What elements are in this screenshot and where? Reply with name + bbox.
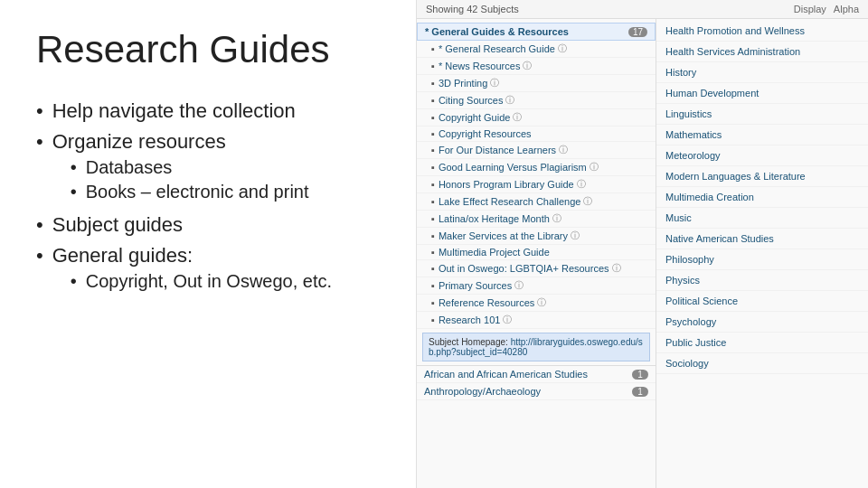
page-title: Research Guides xyxy=(36,27,380,72)
sub-list-2: Databases Books – electronic and print xyxy=(52,157,309,206)
subject-name-ps: Primary Sources xyxy=(439,280,512,291)
subject-name-grg: * General Research Guide xyxy=(439,43,555,54)
subject-lgbtqia[interactable]: ▪ Out in Oswego: LGBTQIA+ Resources ⓘ xyxy=(417,260,656,277)
subject-name-dl: For Our Distance Learners xyxy=(439,145,556,155)
subject-latina[interactable]: ▪ Latina/ox Heritage Month ⓘ xyxy=(417,211,656,228)
subject-research101[interactable]: ▪ Research 101 ⓘ xyxy=(417,312,656,329)
right-subject-math[interactable]: Mathematics xyxy=(656,125,868,145)
sub-bullet-pl: ▪ xyxy=(431,162,435,173)
right-subject-sociology[interactable]: Sociology xyxy=(656,353,868,374)
right-subjects-column: Health Promotion and Wellness Health Ser… xyxy=(656,19,868,488)
info-icon-ms: ⓘ xyxy=(571,230,580,242)
subject-name-r1: Research 101 xyxy=(439,314,501,325)
right-subject-multimedia-creation[interactable]: Multimedia Creation xyxy=(656,187,868,208)
display-alpha-controls: Display Alpha xyxy=(794,4,859,14)
sub-bullet: ▪ xyxy=(431,43,435,54)
sub-bullet-ms: ▪ xyxy=(431,230,435,241)
bottom-items-section: African and African American Studies 1 A… xyxy=(417,365,656,400)
right-panel: Showing 42 Subjects Display Alpha * Gene… xyxy=(416,0,868,488)
subject-lake-effect[interactable]: ▪ Lake Effect Research Challenge ⓘ xyxy=(417,193,656,211)
subject-news-resources[interactable]: ▪ * News Resources ⓘ xyxy=(417,58,656,75)
sub-bullet-3d: ▪ xyxy=(431,78,435,89)
info-icon-le: ⓘ xyxy=(583,195,592,208)
right-subject-health-promo[interactable]: Health Promotion and Wellness xyxy=(656,21,868,42)
subject-badge-african: 1 xyxy=(632,370,648,380)
bullet-text-1: Help navigate the collection xyxy=(52,99,296,123)
sub-text-copyright: Copyright, Out in Oswego, etc. xyxy=(86,271,332,292)
subject-name-nr: * News Resources xyxy=(439,61,520,71)
subject-honors[interactable]: ▪ Honors Program Library Guide ⓘ xyxy=(417,176,656,193)
sub-text-databases: Databases xyxy=(86,157,173,178)
subject-name-pl: Good Learning Versus Plagiarism xyxy=(439,162,587,173)
subject-name-cs: Citing Sources xyxy=(439,95,504,106)
right-subject-psychology[interactable]: Psychology xyxy=(656,312,868,333)
bullet-text-4: General guides: xyxy=(52,244,332,267)
subject-maker[interactable]: ▪ Maker Services at the Library ⓘ xyxy=(417,228,656,245)
bullet-item-4: General guides: Copyright, Out in Oswego… xyxy=(36,244,380,296)
display-label[interactable]: Display xyxy=(794,4,826,14)
right-subject-meteorology[interactable]: Meteorology xyxy=(656,145,868,166)
subject-citing[interactable]: ▪ Citing Sources ⓘ xyxy=(417,92,656,109)
subject-general-research-guide[interactable]: ▪ * General Research Guide ⓘ xyxy=(417,41,656,58)
info-icon-r1: ⓘ xyxy=(503,314,512,326)
subject-3d-printing[interactable]: ▪ 3D Printing ⓘ xyxy=(417,75,656,92)
info-icon-oi: ⓘ xyxy=(612,262,621,275)
sub-item-copyright: Copyright, Out in Oswego, etc. xyxy=(71,271,332,292)
subject-distance-learners[interactable]: ▪ For Our Distance Learners ⓘ xyxy=(417,142,656,159)
right-subject-public-justice[interactable]: Public Justice xyxy=(656,333,868,353)
sub-bullet-r1: ▪ xyxy=(431,314,435,325)
subject-list-column: * General Guides & Resources 17 ▪ * Gene… xyxy=(417,19,656,488)
subject-reference[interactable]: ▪ Reference Resources ⓘ xyxy=(417,295,656,312)
sub-list-4: Copyright, Out in Oswego, etc. xyxy=(52,271,332,296)
bullet-item-2: Organize resources Databases Books – ele… xyxy=(36,130,380,206)
subject-african-studies[interactable]: African and African American Studies 1 xyxy=(417,366,656,383)
subject-name-hp: Honors Program Library Guide xyxy=(439,179,574,190)
sub-bullet-dl: ▪ xyxy=(431,145,435,155)
info-icon-grg: ⓘ xyxy=(558,42,567,55)
subject-general-guides[interactable]: * General Guides & Resources 17 xyxy=(417,23,656,41)
right-subject-philosophy[interactable]: Philosophy xyxy=(656,249,868,270)
bullet-text-2: Organize resources xyxy=(52,130,309,154)
sub-bullet-cr: ▪ xyxy=(431,128,435,139)
browser-header: Showing 42 Subjects Display Alpha xyxy=(417,0,868,19)
subject-name-3d: 3D Printing xyxy=(439,78,487,89)
sub-text-books: Books – electronic and print xyxy=(86,182,309,202)
bullet-item-1: Help navigate the collection xyxy=(36,99,380,123)
subject-name-african: African and African American Studies xyxy=(424,369,588,380)
subject-name-le: Lake Effect Research Challenge xyxy=(439,196,581,207)
sub-bullet-le: ▪ xyxy=(431,196,435,207)
right-subject-native-american[interactable]: Native American Studies xyxy=(656,229,868,249)
right-subject-linguistics[interactable]: Linguistics xyxy=(656,104,868,125)
info-icon-pl: ⓘ xyxy=(590,161,599,174)
right-subject-health-svcs[interactable]: Health Services Administration xyxy=(656,42,868,62)
subject-multimedia[interactable]: ▪ Multimedia Project Guide xyxy=(417,245,656,260)
subject-name-anthro: Anthropology/Archaeology xyxy=(424,386,541,397)
subject-name-general-guides: * General Guides & Resources xyxy=(425,26,569,37)
subject-name-rr: Reference Resources xyxy=(439,297,534,308)
main-bullet-list: Help navigate the collection Organize re… xyxy=(36,99,380,296)
subject-name-lh: Latina/ox Heritage Month xyxy=(439,213,550,224)
subject-anthropology[interactable]: Anthropology/Archaeology 1 xyxy=(417,383,656,400)
right-subject-modern-lang[interactable]: Modern Languages & Literature xyxy=(656,166,868,187)
subject-copyright-guide[interactable]: ▪ Copyright Guide ⓘ xyxy=(417,109,656,127)
alpha-label[interactable]: Alpha xyxy=(834,4,859,14)
right-subject-music[interactable]: Music xyxy=(656,208,868,229)
left-panel: Research Guides Help navigate the collec… xyxy=(0,0,416,488)
right-subject-history[interactable]: History xyxy=(656,62,868,83)
sub-item-databases: Databases xyxy=(71,157,309,178)
subject-copyright-resources[interactable]: ▪ Copyright Resources xyxy=(417,127,656,142)
right-subject-political-science[interactable]: Political Science xyxy=(656,291,868,312)
sub-bullet-lh: ▪ xyxy=(431,213,435,224)
info-icon-cg: ⓘ xyxy=(513,111,522,124)
subject-name-mp: Multimedia Project Guide xyxy=(439,247,550,258)
homepage-label: Subject Homepage: xyxy=(429,337,508,347)
right-subject-human-dev[interactable]: Human Development xyxy=(656,83,868,104)
sub-bullet-oi: ▪ xyxy=(431,263,435,274)
subject-primary-sources[interactable]: ▪ Primary Sources ⓘ xyxy=(417,277,656,295)
info-icon-nr: ⓘ xyxy=(523,60,532,72)
subject-badge-anthro: 1 xyxy=(632,387,648,397)
content-area: * General Guides & Resources 17 ▪ * Gene… xyxy=(417,19,868,488)
right-subject-physics[interactable]: Physics xyxy=(656,270,868,291)
bullet-item-3: Subject guides xyxy=(36,213,380,237)
subject-plagiarism[interactable]: ▪ Good Learning Versus Plagiarism ⓘ xyxy=(417,159,656,176)
